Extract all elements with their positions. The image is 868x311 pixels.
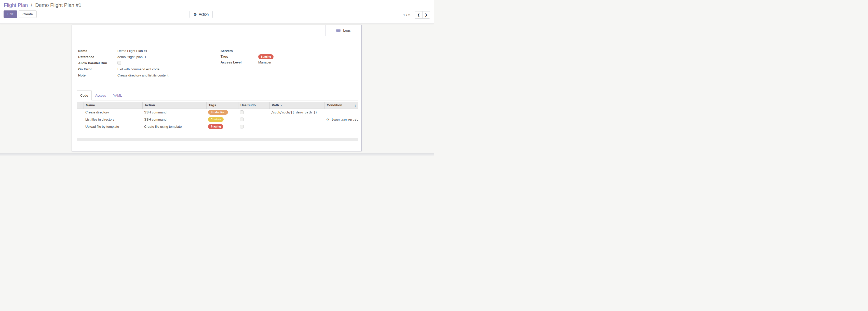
logs-button[interactable]: Logs: [325, 25, 362, 36]
breadcrumb-current: Demo Flight Plan #1: [35, 2, 81, 8]
field-allow-parallel-run: Allow Parallel Run: [78, 61, 216, 65]
chevron-left-icon: ❮: [417, 13, 420, 17]
action-button-label: Action: [199, 12, 209, 16]
notebook-tabs: Code Access YAML: [77, 90, 358, 101]
row-handle-cell: [77, 116, 84, 123]
group-divider: [115, 47, 115, 80]
logs-menu-icon: [336, 29, 341, 32]
row-handle-cell: [77, 109, 84, 116]
field-access-level: Access Level Manager: [221, 60, 358, 65]
edit-button[interactable]: Edit: [4, 10, 17, 18]
column-header-use-sudo[interactable]: Use Sudo: [238, 102, 270, 109]
tag-badge: Staging: [208, 124, 223, 129]
button-box-spacer: [321, 25, 325, 36]
action-button[interactable]: ⚙ Action: [189, 11, 213, 18]
column-header-condition[interactable]: Condition⋮: [325, 102, 359, 109]
field-label: Name: [78, 49, 115, 53]
allow-parallel-run-checkbox[interactable]: [117, 61, 121, 65]
view-buttons: Edit Create: [4, 10, 37, 18]
breadcrumb: Flight Plan / Demo Flight Plan #1: [4, 2, 81, 8]
field-label: Servers: [221, 49, 256, 53]
field-label: Reference: [78, 55, 115, 59]
row-name-cell: List files in directory: [84, 116, 143, 123]
field-value: Create directory and list its content: [115, 73, 168, 78]
sort-desc-icon: ▼: [280, 104, 282, 107]
code-lines-table: Name Action Tags Use Sudo Path▼ Conditio…: [77, 102, 359, 130]
use-sudo-checkbox[interactable]: [240, 117, 244, 121]
pager: 1 / 5 ❮ ❯: [403, 11, 430, 19]
tab-yaml[interactable]: YAML: [110, 90, 125, 101]
row-condition-cell: [325, 109, 359, 116]
field-label: Tags: [221, 54, 256, 59]
row-tags-cell: Staging: [207, 123, 238, 130]
field-label: Allow Parallel Run: [78, 61, 115, 65]
table-row[interactable]: Upload file by template Create file usin…: [77, 123, 359, 130]
tag-badge: Production: [208, 110, 228, 115]
field-value: Manager: [256, 60, 271, 65]
breadcrumb-separator: /: [31, 2, 32, 8]
row-action-cell: Create file using template: [143, 123, 207, 130]
logs-button-label: Logs: [343, 29, 350, 32]
column-header-tags[interactable]: Tags: [207, 102, 238, 109]
column-header-name[interactable]: Name: [84, 102, 143, 109]
row-use-sudo-cell: [238, 109, 270, 116]
row-condition-cell: {{ tower.server.st: [325, 116, 359, 123]
field-on-error: On Error Exit with command exit code: [78, 67, 216, 72]
chevron-right-icon: ❯: [425, 13, 428, 17]
horizontal-scrollbar[interactable]: [77, 138, 359, 141]
field-tags: Tags Staging: [221, 54, 358, 59]
field-groups: Name Demo Flight Plan #1 Reference demo_…: [72, 49, 362, 80]
field-group-right: Servers Tags Staging Access Level Manage…: [221, 49, 358, 65]
row-name-cell: Create directory: [84, 109, 143, 116]
row-tags-cell: Production: [207, 109, 238, 116]
tab-access[interactable]: Access: [92, 90, 110, 101]
create-button[interactable]: Create: [19, 10, 37, 18]
field-value: [115, 61, 121, 65]
tag-badge: Staging: [258, 54, 274, 59]
bottom-band: [0, 153, 434, 156]
sheet-header: Logs: [72, 25, 362, 36]
row-action-cell: SSH command: [143, 116, 207, 123]
row-path-cell: /such/much/{{ demo_path }}: [270, 109, 325, 116]
field-value: Staging: [256, 54, 274, 59]
field-note: Note Create directory and list its conte…: [78, 73, 216, 78]
pager-previous-button[interactable]: ❮: [415, 11, 422, 18]
field-value: Exit with command exit code: [115, 67, 159, 72]
pager-buttons: ❮ ❯: [415, 11, 430, 19]
column-header-action[interactable]: Action: [143, 102, 207, 109]
table-body: Create directory SSH command Production …: [77, 109, 359, 130]
row-condition-cell: [325, 123, 359, 130]
row-path-cell: [270, 116, 325, 123]
gear-icon: ⚙: [193, 12, 197, 16]
field-group-left: Name Demo Flight Plan #1 Reference demo_…: [78, 49, 216, 79]
tab-code[interactable]: Code: [77, 90, 92, 101]
optional-columns-kebab-icon[interactable]: ⋮: [353, 103, 357, 107]
row-use-sudo-cell: [238, 116, 270, 123]
group-divider: [256, 47, 256, 66]
table-header-row: Name Action Tags Use Sudo Path▼ Conditio…: [77, 102, 359, 109]
field-value: demo_flight_plan_1: [115, 55, 146, 59]
row-tags-cell: Custom: [207, 116, 238, 123]
use-sudo-checkbox[interactable]: [240, 125, 244, 129]
field-servers: Servers: [221, 49, 358, 53]
pager-next-button[interactable]: ❯: [422, 11, 430, 18]
pager-value: 1 / 5: [403, 13, 410, 17]
column-header-path[interactable]: Path▼: [270, 102, 325, 109]
column-header-handle: [77, 102, 84, 109]
breadcrumb-parent-link[interactable]: Flight Plan: [4, 2, 28, 8]
row-action-cell: SSH command: [143, 109, 207, 116]
row-path-cell: [270, 123, 325, 130]
row-use-sudo-cell: [238, 123, 270, 130]
field-name: Name Demo Flight Plan #1: [78, 49, 216, 53]
field-reference: Reference demo_flight_plan_1: [78, 55, 216, 59]
table-row[interactable]: List files in directory SSH command Cust…: [77, 116, 359, 123]
form-sheet: Logs Name Demo Flight Plan #1 Reference …: [72, 25, 362, 151]
table-row[interactable]: Create directory SSH command Production …: [77, 109, 359, 116]
field-value: Demo Flight Plan #1: [115, 49, 148, 53]
button-box: Logs: [321, 25, 362, 36]
field-label: On Error: [78, 67, 115, 72]
use-sudo-checkbox[interactable]: [240, 110, 244, 114]
field-label: Note: [78, 73, 115, 78]
tag-badge: Custom: [208, 117, 224, 122]
field-label: Access Level: [221, 60, 256, 65]
